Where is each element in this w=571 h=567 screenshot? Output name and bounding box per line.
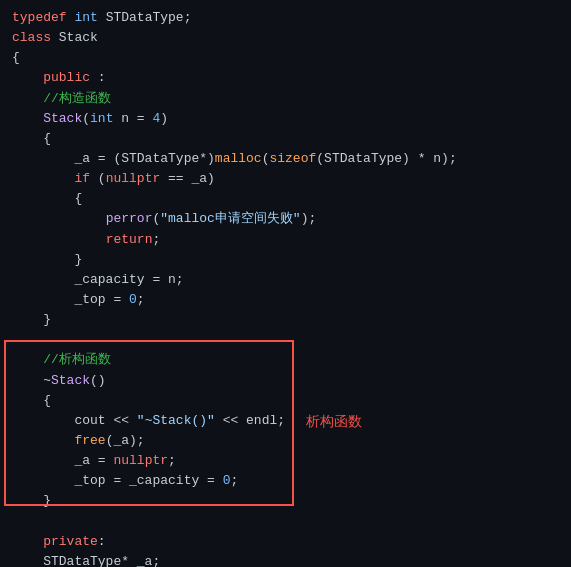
code-line: perror("malloc申请空间失败"); [0, 209, 571, 229]
code-line: _capacity = n; [0, 270, 571, 290]
code-line: _a = (STDataType*)malloc(sizeof(STDataTy… [0, 149, 571, 169]
code-line: _a = nullptr; [0, 451, 571, 471]
code-line [0, 512, 571, 532]
code-line: Stack(int n = 4) [0, 109, 571, 129]
code-line: { [0, 48, 571, 68]
code-line: typedef int STDataType; [0, 8, 571, 28]
code-line: return; [0, 230, 571, 250]
code-line: } [0, 491, 571, 511]
destructor-label: 析构函数 [306, 413, 362, 431]
code-line: _top = 0; [0, 290, 571, 310]
code-line: if (nullptr == _a) [0, 169, 571, 189]
code-line [0, 330, 571, 350]
code-line: public : [0, 68, 571, 88]
code-line: } [0, 250, 571, 270]
code-line: STDataType* _a; [0, 552, 571, 567]
code-line: cout << "~Stack()" << endl; [0, 411, 571, 431]
code-line: ~Stack() [0, 371, 571, 391]
code-line: _top = _capacity = 0; [0, 471, 571, 491]
code-line: { [0, 189, 571, 209]
code-line: { [0, 129, 571, 149]
code-line: //构造函数 [0, 89, 571, 109]
code-line: free(_a); [0, 431, 571, 451]
code-line: } [0, 310, 571, 330]
code-line: private: [0, 532, 571, 552]
code-line: { [0, 391, 571, 411]
code-editor: typedef int STDataType;class Stack{ publ… [0, 0, 571, 567]
code-line: class Stack [0, 28, 571, 48]
code-line: //析构函数 [0, 350, 571, 370]
